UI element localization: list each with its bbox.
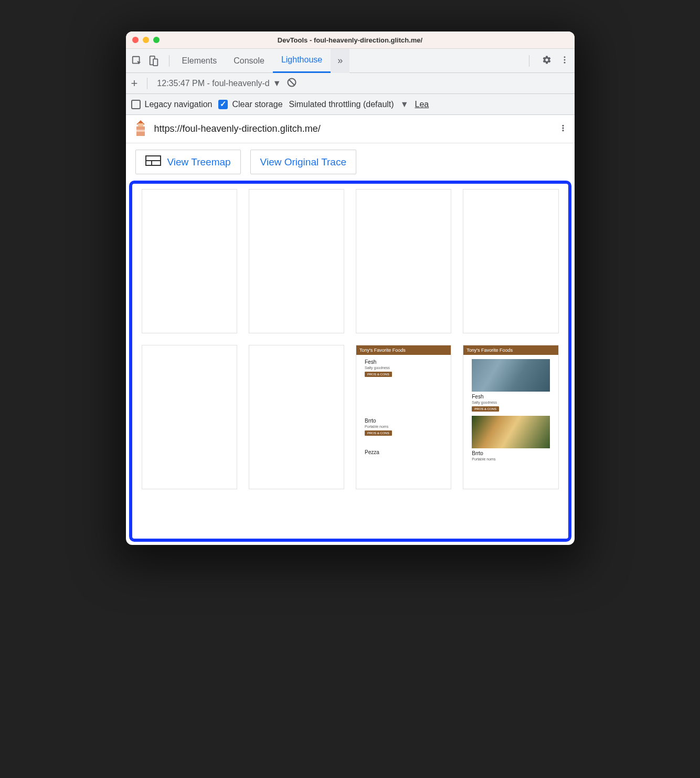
checkbox-unchecked-icon[interactable] <box>131 100 141 109</box>
legacy-label: Legacy navigation <box>145 100 213 109</box>
svg-rect-2 <box>153 59 157 66</box>
tab-console[interactable]: Console <box>225 49 273 73</box>
clear-storage-option[interactable]: Clear storage <box>218 100 282 109</box>
report-select[interactable]: 12:35:47 PM - foul-heavenly-d ▼ <box>157 79 281 88</box>
tab-lighthouse[interactable]: Lighthouse <box>273 49 331 73</box>
checkbox-checked-icon[interactable] <box>218 100 228 109</box>
lighthouse-options-bar: Legacy navigation Clear storage Simulate… <box>126 94 575 115</box>
svg-point-12 <box>562 124 564 126</box>
divider <box>529 55 529 67</box>
kebab-icon[interactable] <box>560 55 569 67</box>
svg-rect-11 <box>136 130 145 132</box>
throttling-label: Simulated throttling (default) <box>289 100 394 109</box>
page-url: https://foul-heavenly-direction.glitch.m… <box>154 123 553 134</box>
filmstrip-frame[interactable] <box>249 345 344 489</box>
tab-elements[interactable]: Elements <box>174 49 226 73</box>
learn-more-link[interactable]: Lea <box>415 100 429 109</box>
divider <box>169 55 169 67</box>
report-select-label: 12:35:47 PM - foul-heavenly-d <box>157 79 269 88</box>
preview-body: Fesh Salty goodness PROS & CONS Brrto Po… <box>356 355 451 459</box>
svg-point-13 <box>562 127 564 129</box>
dropdown-icon: ▼ <box>400 100 409 109</box>
svg-point-4 <box>564 59 565 60</box>
devtools-tabstrip: Elements Console Lighthouse » <box>126 49 575 73</box>
window-titlebar: DevTools - foul-heavenly-direction.glitc… <box>126 31 575 49</box>
trace-label: View Original Trace <box>260 156 346 168</box>
dropdown-icon: ▼ <box>273 79 281 88</box>
filmstrip-frame[interactable]: Tony's Favorite Foods Fesh Salty goodnes… <box>463 345 558 489</box>
filmstrip-frame[interactable] <box>249 189 344 333</box>
panel-tabs: Elements Console Lighthouse » <box>174 49 350 73</box>
throttling-select[interactable]: Simulated throttling (default) <box>289 100 394 109</box>
preview-image <box>472 416 549 448</box>
treemap-icon <box>145 155 161 169</box>
filmstrip-highlight: Tony's Favorite Foods Fesh Salty goodnes… <box>129 181 571 542</box>
more-panels-button[interactable]: » <box>331 49 349 73</box>
legacy-navigation-option[interactable]: Legacy navigation <box>131 100 213 109</box>
svg-point-3 <box>564 56 565 58</box>
window-title: DevTools - foul-heavenly-direction.glitc… <box>126 36 575 44</box>
filmstrip-frame[interactable] <box>142 189 237 333</box>
filmstrip: Tony's Favorite Foods Fesh Salty goodnes… <box>142 189 559 489</box>
devtools-window: DevTools - foul-heavenly-direction.glitc… <box>126 31 575 545</box>
device-toggle-icon[interactable] <box>148 56 160 66</box>
svg-rect-10 <box>138 123 143 127</box>
lighthouse-actions: View Treemap View Original Trace <box>126 143 575 181</box>
filmstrip-frame[interactable] <box>356 189 451 333</box>
lighthouse-report-bar: + 12:35:47 PM - foul-heavenly-d ▼ <box>126 73 575 94</box>
preview-body: Fesh Salty goodness PROS & CONS Brrto Po… <box>463 355 558 465</box>
filmstrip-frame[interactable] <box>142 345 237 489</box>
view-trace-button[interactable]: View Original Trace <box>250 150 356 174</box>
preview-image <box>472 359 549 392</box>
filmstrip-frame[interactable] <box>463 189 558 333</box>
svg-line-7 <box>289 79 294 85</box>
svg-point-14 <box>562 130 564 131</box>
inspect-element-icon[interactable] <box>131 56 143 66</box>
clear-label: Clear storage <box>232 100 282 109</box>
preview-header: Tony's Favorite Foods <box>463 345 558 355</box>
view-treemap-button[interactable]: View Treemap <box>135 150 241 174</box>
filmstrip-frame[interactable]: Tony's Favorite Foods Fesh Salty goodnes… <box>356 345 451 489</box>
svg-point-5 <box>564 61 565 63</box>
lighthouse-icon <box>133 119 148 139</box>
preview-header: Tony's Favorite Foods <box>356 345 451 355</box>
divider <box>147 78 147 89</box>
lighthouse-url-bar: https://foul-heavenly-direction.glitch.m… <box>126 115 575 143</box>
gear-icon[interactable] <box>542 55 551 67</box>
new-report-icon[interactable]: + <box>131 77 138 90</box>
treemap-label: View Treemap <box>167 156 231 168</box>
clear-icon[interactable] <box>287 77 297 90</box>
report-menu-icon[interactable] <box>559 123 567 135</box>
